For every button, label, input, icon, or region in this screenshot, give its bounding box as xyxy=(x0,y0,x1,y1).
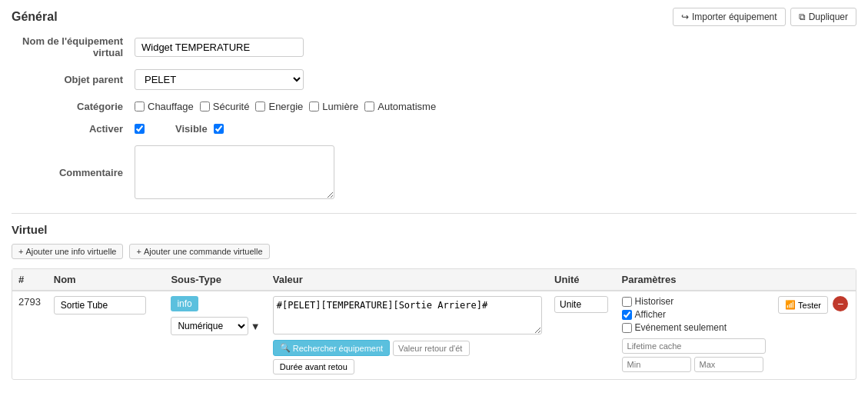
energie-checkbox[interactable] xyxy=(255,102,265,111)
minmax-row xyxy=(622,357,767,372)
commentaire-label: Commentaire xyxy=(12,167,135,178)
table-header-row: # Nom Sous-Type Valeur Unité Paramètres xyxy=(12,269,856,291)
th-valeur: Valeur xyxy=(267,269,548,291)
type-select-row: Numérique Binaire Autre ▼ xyxy=(171,317,260,335)
evenement-label[interactable]: Evénement seulement xyxy=(622,322,767,333)
cell-soustype: info Numérique Binaire Autre ▼ xyxy=(165,291,266,379)
commentaire-textarea[interactable] xyxy=(135,145,334,199)
th-actions xyxy=(772,269,856,291)
historiser-checkbox[interactable] xyxy=(622,297,632,307)
add-info-button[interactable]: + Ajouter une info virtuelle xyxy=(12,244,123,259)
th-params: Paramètres xyxy=(616,269,773,291)
general-form: Nom de l'équipement virtual Objet parent… xyxy=(12,35,856,199)
categorie-lumiere[interactable]: Lumière xyxy=(309,101,358,112)
lumiere-checkbox[interactable] xyxy=(309,102,319,111)
cell-valeur: #[PELET][TEMPERATURE][Sortie Arriere]# 🔍… xyxy=(267,291,548,379)
lifetime-input[interactable] xyxy=(622,338,767,354)
categorie-automatisme[interactable]: Automatisme xyxy=(364,101,436,112)
search-icon: 🔍 xyxy=(280,343,291,353)
max-input[interactable] xyxy=(694,357,763,372)
categorie-label: Catégorie xyxy=(12,101,135,112)
objet-select[interactable]: PELET xyxy=(135,69,304,90)
duree-button[interactable]: Durée avant retou xyxy=(273,359,354,374)
duree-row: Durée avant retou xyxy=(273,356,542,374)
dupliquer-button[interactable]: ⧉ Dupliquer xyxy=(790,8,856,26)
signal-icon: 📶 xyxy=(785,300,796,310)
cell-unite xyxy=(548,291,616,379)
nom-input[interactable] xyxy=(135,38,304,57)
cell-actions: 📶 Tester − xyxy=(772,291,856,379)
nom-field[interactable] xyxy=(54,296,146,314)
type-select[interactable]: Numérique Binaire Autre xyxy=(171,317,248,335)
activer-label: Activer xyxy=(12,123,135,135)
row-id: 2793 xyxy=(18,296,41,308)
import-button[interactable]: ↪ Importer équipement xyxy=(673,8,786,26)
virtuel-title: Virtuel xyxy=(12,223,856,236)
chevron-down-icon: ▼ xyxy=(251,321,261,332)
activer-visible-group: Visible xyxy=(135,123,224,135)
th-unite: Unité xyxy=(548,269,616,291)
activer-row: Activer Visible xyxy=(12,123,856,135)
commentaire-row: Commentaire xyxy=(12,145,856,199)
th-soustype: Sous-Type xyxy=(165,269,266,291)
cell-nom xyxy=(48,291,165,379)
general-section-header: Général ↪ Importer équipement ⧉ Duplique… xyxy=(12,8,856,26)
general-title: Général xyxy=(12,10,58,24)
historiser-label[interactable]: Historiser xyxy=(622,296,767,307)
action-cell: 📶 Tester − xyxy=(778,296,850,318)
header-buttons: ↪ Importer équipement ⧉ Dupliquer xyxy=(673,8,856,26)
categorie-chauffage[interactable]: Chauffage xyxy=(135,101,194,112)
virtuel-table-wrapper: # Nom Sous-Type Valeur Unité Paramètres … xyxy=(12,268,856,380)
action-buttons: + Ajouter une info virtuelle + Ajouter u… xyxy=(12,244,856,259)
valeur-buttons: 🔍 Rechercher équipement xyxy=(273,340,542,356)
cell-id: 2793 xyxy=(12,291,48,379)
import-icon: ↪ xyxy=(681,12,689,22)
cell-params: Historiser Afficher Evénement seulement xyxy=(616,291,773,379)
automatisme-checkbox[interactable] xyxy=(364,102,374,111)
objet-label: Objet parent xyxy=(12,74,135,85)
unite-input[interactable] xyxy=(554,296,608,313)
objet-row: Objet parent PELET xyxy=(12,69,856,90)
rechercher-button[interactable]: 🔍 Rechercher équipement xyxy=(273,340,390,356)
visible-label: Visible xyxy=(175,123,208,135)
categorie-checkboxes: Chauffage Sécurité Energie Lumière Autom… xyxy=(135,101,436,112)
section-divider xyxy=(12,213,856,214)
tester-button[interactable]: 📶 Tester xyxy=(778,296,828,314)
valeur-textarea[interactable]: #[PELET][TEMPERATURE][Sortie Arriere]# xyxy=(273,296,542,334)
plus-icon2: + xyxy=(136,247,141,256)
afficher-label[interactable]: Afficher xyxy=(622,309,767,320)
afficher-checkbox[interactable] xyxy=(622,310,632,320)
nom-row: Nom de l'équipement virtual xyxy=(12,35,856,58)
remove-button[interactable]: − xyxy=(833,296,848,311)
valeur-retour-input[interactable] xyxy=(393,341,470,356)
evenement-checkbox[interactable] xyxy=(622,323,632,333)
th-id: # xyxy=(12,269,48,291)
th-nom: Nom xyxy=(48,269,165,291)
copy-icon: ⧉ xyxy=(799,12,806,22)
plus-icon: + xyxy=(18,247,23,256)
nom-label: Nom de l'équipement virtual xyxy=(12,35,135,58)
activer-checkbox[interactable] xyxy=(135,124,145,134)
virtuel-table: # Nom Sous-Type Valeur Unité Paramètres … xyxy=(12,269,856,379)
categorie-energie[interactable]: Energie xyxy=(255,101,303,112)
virtuel-section: Virtuel + Ajouter une info virtuelle + A… xyxy=(12,223,856,380)
visible-group: Visible xyxy=(175,123,224,135)
add-commande-button[interactable]: + Ajouter une commande virtuelle xyxy=(129,244,269,259)
categorie-row: Catégorie Chauffage Sécurité Energie Lum… xyxy=(12,101,856,112)
categorie-securite[interactable]: Sécurité xyxy=(200,101,250,112)
info-badge: info xyxy=(171,296,198,311)
visible-checkbox[interactable] xyxy=(214,124,224,134)
chauffage-checkbox[interactable] xyxy=(135,102,145,111)
min-input[interactable] xyxy=(622,357,691,372)
securite-checkbox[interactable] xyxy=(200,102,210,111)
table-row: 2793 info Numérique Binai xyxy=(12,291,856,379)
